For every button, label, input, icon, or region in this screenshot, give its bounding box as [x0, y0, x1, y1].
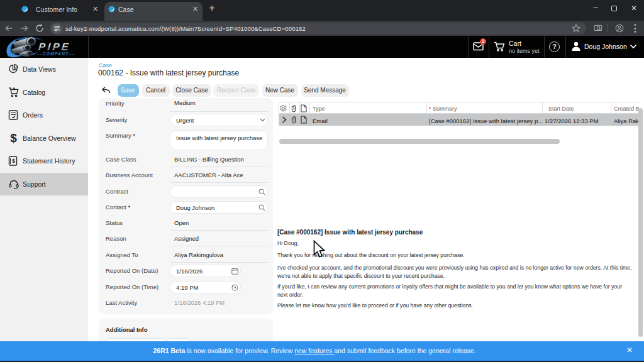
svg-text:––COMPANY––: ––COMPANY––	[36, 52, 75, 56]
svg-text:$: $	[12, 158, 15, 164]
